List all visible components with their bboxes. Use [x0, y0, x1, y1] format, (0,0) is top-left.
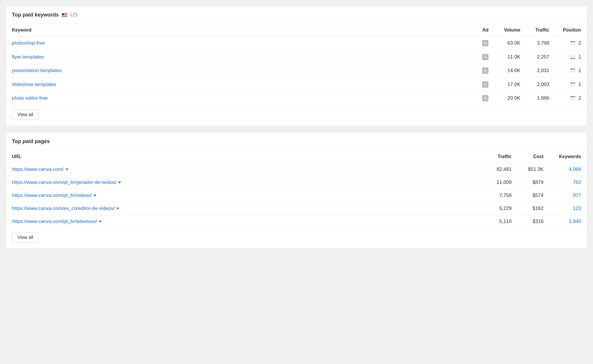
table-row: slideshow templates17.0K2,0031	[6, 78, 587, 92]
url-dropdown-caret-icon[interactable]	[65, 167, 68, 172]
col-keyword-header[interactable]: Keyword	[6, 24, 476, 36]
ad-preview-icon[interactable]	[482, 81, 488, 88]
top-paid-pages-panel: Top paid pages URL Traffic Cost Keywords…	[6, 132, 587, 249]
url-dropdown-caret-icon[interactable]	[118, 180, 121, 185]
col-volume-header[interactable]: Volume	[494, 24, 526, 36]
traffic-cell: 2,003	[526, 78, 555, 92]
col-position-header[interactable]: Position	[555, 24, 587, 36]
pages-header-row: URL Traffic Cost Keywords	[6, 150, 587, 163]
keyword-link[interactable]: photo editor free	[12, 95, 48, 101]
traffic-cell: 2,031	[526, 64, 555, 78]
keyword-link[interactable]: presentation templates	[12, 68, 62, 73]
col-url-header[interactable]: URL	[6, 150, 483, 163]
page-cost-cell: $51.3K	[517, 163, 549, 176]
page-keywords-link[interactable]: 782	[573, 180, 581, 185]
traffic-cell: 3,798	[526, 36, 555, 50]
svg-marker-11	[118, 182, 121, 183]
ad-preview-icon[interactable]	[482, 67, 488, 74]
page-cost-cell: $316	[517, 215, 549, 228]
volume-cell: 11.0K	[494, 50, 526, 64]
country-code: US	[70, 12, 78, 18]
col-traffic-header[interactable]: Traffic	[526, 24, 555, 36]
page-url-link[interactable]: https://www.canva.com/	[12, 167, 64, 172]
page-traffic-cell: 5,229	[483, 202, 517, 215]
col-cost-header[interactable]: Cost	[517, 150, 549, 163]
page-url-link[interactable]: https://www.canva.com/es_co/editor-de-vi…	[12, 206, 115, 211]
ad-preview-icon[interactable]	[482, 54, 488, 60]
page-url-link[interactable]: https://www.canva.com/pt_br/gerador-de-t…	[12, 180, 116, 185]
url-dropdown-caret-icon[interactable]	[116, 206, 119, 211]
keywords-panel-header: Top paid keywords US	[6, 6, 587, 24]
table-row: photoshop free63.0K3,7982	[6, 36, 587, 50]
volume-cell: 20.0K	[494, 92, 526, 105]
page-cost-cell: $574	[517, 189, 549, 202]
page-keywords-link[interactable]: 1,940	[569, 219, 581, 224]
ad-preview-icon[interactable]	[482, 95, 488, 101]
table-row: https://www.canva.com/es_co/editor-de-vi…	[6, 202, 587, 215]
keywords-panel-title: Top paid keywords	[12, 12, 59, 18]
col-ad-header[interactable]: Ad	[476, 24, 494, 36]
page-keywords-link[interactable]: 4,066	[569, 167, 581, 172]
page-keywords-link[interactable]: 123	[573, 206, 581, 211]
position-value: 1	[578, 82, 581, 87]
position-indicator-icon	[570, 69, 575, 73]
svg-point-4	[484, 69, 486, 72]
keyword-link[interactable]: flyer templates	[12, 54, 44, 60]
page-traffic-cell: 5,110	[483, 215, 517, 228]
keywords-header-row: Keyword Ad Volume Traffic Position	[6, 24, 587, 36]
volume-cell: 17.0K	[494, 78, 526, 92]
svg-marker-14	[99, 221, 102, 222]
page-url-link[interactable]: https://www.canva.com/pt_br/adesivos/	[12, 219, 97, 224]
us-flag-icon	[62, 13, 67, 17]
svg-marker-12	[94, 195, 96, 196]
svg-point-6	[484, 83, 486, 85]
keywords-panel-footer: View all	[6, 105, 587, 126]
view-all-pages-button[interactable]: View all	[12, 232, 39, 243]
ad-preview-icon[interactable]	[482, 40, 488, 46]
page-traffic-cell: 7,758	[483, 189, 517, 202]
svg-line-9	[486, 99, 487, 100]
col-pages-traffic-header[interactable]: Traffic	[483, 150, 517, 163]
pages-panel-header: Top paid pages	[6, 133, 587, 150]
table-row: https://www.canva.com/pt_br/videos/7,758…	[6, 189, 587, 202]
url-dropdown-caret-icon[interactable]	[99, 219, 102, 224]
volume-cell: 14.0K	[494, 64, 526, 78]
volume-cell: 63.0K	[494, 36, 526, 50]
keyword-link[interactable]: photoshop free	[12, 40, 45, 46]
table-row: flyer templates11.0K2,2571	[6, 50, 587, 64]
svg-marker-10	[65, 169, 68, 170]
page-cost-cell: $879	[517, 176, 549, 189]
page-traffic-cell: 11,009	[483, 176, 517, 189]
traffic-cell: 2,257	[526, 50, 555, 64]
position-indicator-icon	[570, 83, 575, 87]
position-value: 1	[578, 68, 581, 74]
svg-line-3	[486, 57, 487, 58]
table-row: https://www.canva.com/pt_br/gerador-de-t…	[6, 176, 587, 189]
table-row: photo editor free20.0K1,8862	[6, 92, 587, 105]
svg-point-0	[484, 42, 486, 44]
table-row: https://www.canva.com/82,481$51.3K4,066	[6, 163, 587, 176]
svg-line-1	[486, 44, 487, 45]
pages-panel-title: Top paid pages	[12, 138, 50, 144]
view-all-keywords-button[interactable]: View all	[12, 109, 39, 120]
pages-table: URL Traffic Cost Keywords https://www.ca…	[6, 150, 587, 228]
top-paid-keywords-panel: Top paid keywords US Keyword Ad Volume T…	[6, 6, 587, 126]
position-value: 1	[578, 54, 581, 60]
svg-point-8	[484, 97, 486, 99]
keywords-table: Keyword Ad Volume Traffic Position photo…	[6, 24, 587, 105]
pages-panel-footer: View all	[6, 228, 587, 248]
table-row: https://www.canva.com/pt_br/adesivos/5,1…	[6, 215, 587, 228]
col-keywords-header[interactable]: Keywords	[549, 150, 587, 163]
page-url-link[interactable]: https://www.canva.com/pt_br/videos/	[12, 193, 92, 198]
url-dropdown-caret-icon[interactable]	[94, 193, 96, 198]
svg-line-7	[486, 85, 487, 86]
position-indicator-icon	[570, 41, 575, 45]
position-value: 2	[578, 40, 581, 46]
position-indicator-icon	[570, 96, 575, 100]
page-cost-cell: $162	[517, 202, 549, 215]
page-keywords-link[interactable]: 977	[573, 193, 581, 198]
position-value: 2	[578, 95, 581, 101]
table-row: presentation templates14.0K2,0311	[6, 64, 587, 78]
keyword-link[interactable]: slideshow templates	[12, 82, 56, 87]
svg-marker-13	[116, 208, 119, 209]
